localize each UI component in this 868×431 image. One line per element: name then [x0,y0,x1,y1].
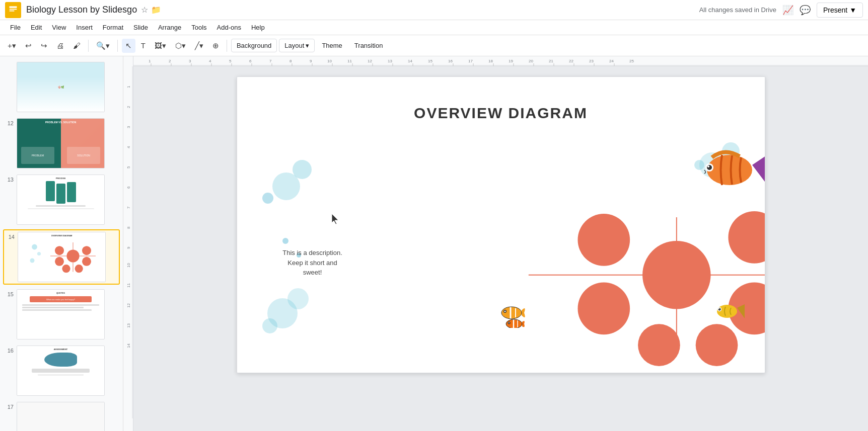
svg-text:10: 10 [327,59,332,63]
layout-button[interactable]: Layout ▾ [279,39,315,52]
slide-thumb-11[interactable]: 🪸🌿 [3,60,120,114]
svg-point-83 [577,283,630,335]
svg-point-106 [717,305,737,318]
svg-text:18: 18 [488,59,493,63]
insert-extras-button[interactable]: ⊕ [209,39,223,53]
svg-point-87 [638,324,680,366]
slide-canvas-container[interactable]: OVERVIEW DIAGRAM [133,66,868,431]
layout-chevron-icon: ▾ [306,42,309,49]
canvas-content: 1 2 3 4 5 6 7 8 9 10 11 12 13 14 [123,66,868,431]
menu-file[interactable]: File [6,22,25,33]
svg-rect-1 [10,9,17,10]
svg-rect-2 [10,10,15,11]
chart-icon-btn[interactable]: 📈 [782,5,793,16]
svg-text:2: 2 [169,59,171,63]
present-label: Present [823,6,847,14]
menu-arrange[interactable]: Arrange [154,22,185,33]
svg-text:3: 3 [126,126,131,128]
svg-point-109 [718,308,719,309]
svg-text:25: 25 [629,59,634,63]
svg-text:1: 1 [149,59,151,63]
slide-preview-11: 🪸🌿 [17,62,105,112]
present-dropdown-icon[interactable]: ▼ [849,6,856,14]
svg-text:11: 11 [347,59,352,63]
svg-point-11 [75,265,83,273]
svg-text:24: 24 [609,59,614,63]
menu-tools[interactable]: Tools [187,22,210,33]
comments-icon-btn[interactable]: 💬 [800,5,811,16]
svg-point-88 [695,324,738,366]
svg-text:14: 14 [408,59,412,63]
slide-thumb-15[interactable]: 15 QUOTES What can make you feel happy? [3,288,120,341]
menu-view[interactable]: View [48,22,70,33]
slide-thumb-14[interactable]: 14 OVERVIEW DIAGRAM [3,229,120,285]
menu-edit[interactable]: Edit [27,22,46,33]
top-right-actions: 📈 💬 Present ▼ [782,3,863,18]
svg-point-8 [82,246,91,255]
slide-preview-14: OVERVIEW DIAGRAM [18,232,106,282]
svg-point-100 [509,322,510,323]
folder-icon[interactable]: 📁 [151,5,161,15]
add-button[interactable]: +▾ [4,39,20,53]
redo-button[interactable]: ↪ [37,39,51,53]
slide-thumb-16[interactable]: 16 ASSESSMENT [3,344,120,397]
svg-text:4: 4 [126,146,131,148]
slide-thumb-12[interactable]: 12 PROBLEM VS. SOLUTION PROBLEM SOLUTION [3,117,120,170]
line-button[interactable]: ╱▾ [191,39,207,53]
svg-text:6: 6 [249,59,252,63]
svg-text:6: 6 [126,186,131,189]
svg-point-10 [62,265,70,273]
svg-point-85 [728,211,765,264]
tropical-fish [702,137,765,200]
menu-bar: File Edit View Insert Format Slide Arran… [0,20,868,35]
theme-button[interactable]: Theme [317,39,347,52]
svg-text:4: 4 [209,59,211,63]
shapes-button[interactable]: ⬡▾ [172,39,189,53]
toolbar: +▾ ↩ ↪ 🖨 🖌 🔍▾ ↖ T 🖼▾ ⬡▾ ╱▾ ⊕ Background … [0,35,868,56]
top-bar: Biology Lesson by Slidesgo ☆ 📁 All chang… [0,0,868,20]
svg-point-82 [577,214,630,266]
separator-1 [88,40,89,52]
svg-point-104 [707,165,712,170]
svg-text:2: 2 [126,106,131,108]
zoom-button[interactable]: 🔍▾ [93,39,113,53]
slide-thumb-17[interactable]: 17 [3,400,120,431]
background-button[interactable]: Background [231,39,277,52]
print-button[interactable]: 🖨 [53,39,67,52]
svg-text:19: 19 [509,59,513,63]
svg-text:5: 5 [229,59,232,63]
slide-canvas[interactable]: OVERVIEW DIAGRAM [237,76,765,373]
menu-help[interactable]: Help [247,22,269,33]
menu-addons[interactable]: Add-ons [213,22,245,33]
slide-preview-15: QUOTES What can make you feel happy? [17,289,105,339]
slide-preview-12: PROBLEM VS. SOLUTION PROBLEM SOLUTION [17,118,105,168]
svg-text:21: 21 [549,59,553,63]
slide-thumb-13[interactable]: 13 PROCESS [3,173,120,226]
svg-text:23: 23 [589,59,594,63]
slide-preview-17 [17,402,105,431]
document-title: Biology Lesson by Slidesgo [26,5,137,15]
transition-button[interactable]: Transition [349,39,388,52]
menu-insert[interactable]: Insert [72,22,97,33]
svg-text:13: 13 [388,59,392,63]
svg-point-12 [32,244,37,250]
small-fish [714,300,745,325]
image-button[interactable]: 🖼▾ [151,39,170,53]
svg-text:3: 3 [189,59,191,63]
paint-format-button[interactable]: 🖌 [69,39,84,52]
present-button[interactable]: Present ▼ [817,3,863,18]
svg-text:9: 9 [310,59,312,63]
separator-2 [117,40,118,52]
svg-point-84 [642,241,711,309]
slide-preview-13: PROCESS [17,175,105,225]
svg-point-94 [504,311,505,312]
cursor-button[interactable]: ↖ [122,39,135,53]
undo-button[interactable]: ↩ [22,39,35,53]
svg-point-105 [707,165,709,167]
menu-slide[interactable]: Slide [129,22,152,33]
ruler-vertical: 1 2 3 4 5 6 7 8 9 10 11 12 13 14 [123,66,133,431]
ruler-horizontal: 1 2 3 4 5 6 7 8 9 10 11 12 13 14 [123,56,868,66]
star-icon[interactable]: ☆ [141,5,148,15]
menu-format[interactable]: Format [99,22,127,33]
text-button[interactable]: T [137,39,149,52]
